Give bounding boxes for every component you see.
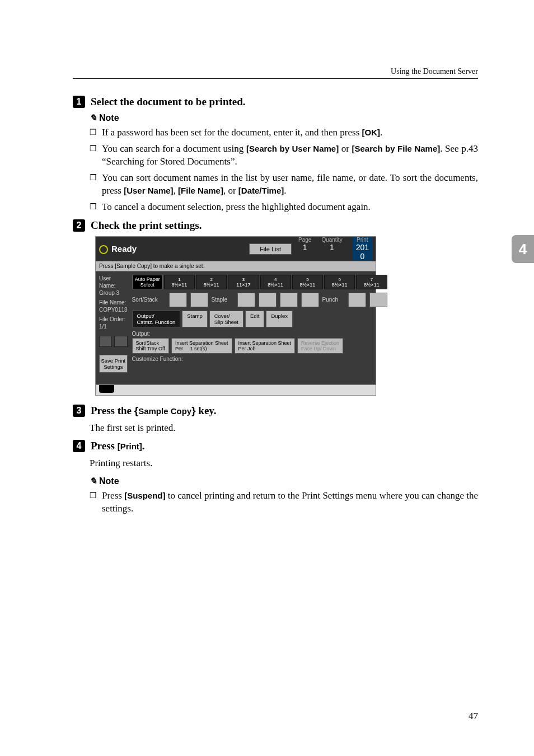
step-2-text: Check the print settings. bbox=[91, 219, 202, 231]
page-val: 1 bbox=[298, 243, 311, 252]
note-list-2: Press [Suspend] to cancel printing and r… bbox=[90, 490, 478, 515]
step-1: 1 Select the document to be printed. bbox=[73, 96, 478, 108]
note-1b-mid: or bbox=[339, 143, 352, 154]
note-label-2: Note bbox=[99, 476, 119, 486]
step-3-text: Press the {Sample Copy} key. bbox=[91, 405, 217, 416]
page-lab: Page bbox=[298, 237, 311, 243]
step-2-number: 2 bbox=[73, 219, 85, 232]
step-3-prefix: Press the bbox=[91, 405, 134, 416]
ss-ready-text: Ready bbox=[111, 244, 137, 253]
suspend-button-label: [Suspend] bbox=[124, 491, 165, 500]
tray-6-num: 6 bbox=[338, 277, 340, 282]
page-header: Using the Document Server bbox=[73, 67, 478, 79]
note-1c-sep2: , or bbox=[223, 185, 238, 196]
note-1b: You can search for a document using [Sea… bbox=[90, 143, 478, 168]
print-lab: Print bbox=[356, 237, 369, 243]
step-1-number: 1 bbox=[73, 96, 85, 108]
note-1b-pre: You can search for a document using bbox=[102, 143, 246, 154]
ss-bottom-tab bbox=[99, 385, 114, 393]
file-list-button[interactable]: File List bbox=[249, 243, 292, 255]
tray-4[interactable]: 48½×11 bbox=[260, 275, 291, 289]
staple-btn-3[interactable] bbox=[280, 293, 298, 307]
search-file-name-label: [Search by File Name] bbox=[352, 144, 441, 153]
staple-btn-2[interactable] bbox=[259, 293, 277, 307]
output-cstmz-tab[interactable]: Output/ Cstmz. Function bbox=[132, 311, 181, 327]
insert-sep-per-job[interactable]: Insert Separation Sheet Per Job bbox=[235, 338, 296, 354]
page-counter: Page1 bbox=[298, 237, 311, 261]
note-icon-2: ✎ bbox=[90, 476, 97, 486]
tray-1-num: 1 bbox=[178, 277, 180, 282]
save-print-settings-button[interactable]: Save Print Settings bbox=[99, 355, 128, 373]
step-3-suffix: key. bbox=[196, 405, 217, 416]
note-label: Note bbox=[99, 113, 119, 123]
tray-7[interactable]: 78½×11 bbox=[356, 275, 387, 289]
tray-6[interactable]: 68½×11 bbox=[324, 275, 355, 289]
insert-sep-per-set[interactable]: Insert Separation Sheet Per 1 set(s) bbox=[171, 338, 232, 354]
user-name-row: User Name:Group 3 bbox=[99, 275, 128, 297]
print-settings-screenshot: Ready File List Page1 Quantity1 Print201… bbox=[95, 236, 376, 396]
user-name-lab: User Name: bbox=[99, 275, 115, 289]
user-name-val: Group 3 bbox=[99, 290, 119, 296]
search-user-name-label: [Search by User Name] bbox=[246, 144, 339, 153]
ss-ready: Ready bbox=[99, 244, 249, 254]
next-button[interactable] bbox=[114, 336, 127, 347]
sort-btn-2[interactable] bbox=[190, 293, 208, 307]
tray-7-size: 8½×11 bbox=[364, 282, 380, 288]
qty-lab: Quantity bbox=[321, 237, 342, 243]
output-label: Output: bbox=[132, 331, 151, 337]
sort-btn-1[interactable] bbox=[169, 293, 187, 307]
tray-1-size: 8½×11 bbox=[172, 282, 188, 288]
note-1a: If a password has been set for the docum… bbox=[90, 126, 478, 139]
tray-3-num: 3 bbox=[242, 277, 245, 282]
reverse-ejection[interactable]: Reverse Ejection Face Up/ Down bbox=[297, 338, 343, 354]
tray-3-size: 11×17 bbox=[236, 282, 250, 288]
prev-button[interactable] bbox=[99, 336, 112, 347]
note-2a-pre: Press bbox=[102, 490, 124, 501]
cover-slip-tab[interactable]: Cover/ Slip Sheet bbox=[209, 311, 243, 327]
auto-paper-select[interactable]: Auto Paper Select bbox=[132, 275, 163, 289]
date-time-label: [Date/Time] bbox=[238, 186, 284, 195]
note-2a: Press [Suspend] to cancel printing and r… bbox=[90, 490, 478, 515]
file-name-lab: File Name: bbox=[99, 299, 126, 306]
ready-icon bbox=[99, 245, 108, 254]
tray-7-num: 7 bbox=[371, 277, 373, 282]
tray-2-size: 8½×11 bbox=[204, 282, 219, 288]
ss-hint: Press [Sample Copy] to make a single set… bbox=[96, 261, 376, 271]
step-2: 2 Check the print settings. bbox=[73, 219, 478, 232]
file-name-label: [File Name] bbox=[178, 186, 223, 195]
tray-2[interactable]: 28½×11 bbox=[196, 275, 227, 289]
file-order-lab: File Order: bbox=[99, 316, 125, 322]
note-1c-sep1: , bbox=[174, 185, 179, 196]
nav-buttons bbox=[99, 336, 128, 347]
file-order-val: 1/1 bbox=[99, 323, 107, 330]
step-3-body: The first set is printed. bbox=[90, 421, 478, 435]
tray-4-num: 4 bbox=[274, 277, 277, 282]
staple-btn-1[interactable] bbox=[237, 293, 255, 307]
step-3: 3 Press the {Sample Copy} key. bbox=[73, 405, 478, 417]
stamp-tab[interactable]: Stamp bbox=[182, 311, 207, 327]
step-4: 4 Press [Print]. bbox=[73, 440, 478, 452]
edit-tab[interactable]: Edit bbox=[245, 311, 264, 327]
note-1c-post: . bbox=[284, 185, 286, 196]
tray-1[interactable]: 18½×11 bbox=[164, 275, 195, 289]
punch-btn-2[interactable] bbox=[369, 293, 387, 307]
staple-btn-4[interactable] bbox=[301, 293, 319, 307]
note-heading-1: ✎Note bbox=[90, 112, 478, 123]
note-1c: You can sort document names in the list … bbox=[90, 172, 478, 198]
ss-body: User Name:Group 3 File Name:COPY0118 Fil… bbox=[96, 271, 376, 384]
function-row: Output/ Cstmz. Function Stamp Cover/ Sli… bbox=[132, 311, 387, 327]
print-button-label: [Print] bbox=[118, 442, 142, 451]
tray-3[interactable]: 311×17 bbox=[228, 275, 259, 289]
sort-stack-button[interactable]: Sort/Stack Shift Tray Off bbox=[132, 338, 169, 354]
sample-copy-key: Sample Copy bbox=[138, 406, 191, 416]
ss-right-panel: Auto Paper Select 18½×11 28½×11 311×17 4… bbox=[132, 275, 387, 381]
punch-btn-1[interactable] bbox=[348, 293, 366, 307]
duplex-tab[interactable]: Duplex bbox=[266, 311, 293, 327]
sort-stack-label: Sort/Stack bbox=[132, 297, 166, 303]
ss-left-panel: User Name:Group 3 File Name:COPY0118 Fil… bbox=[99, 275, 128, 381]
page-number: 47 bbox=[469, 711, 478, 722]
tray-6-size: 8½×11 bbox=[332, 282, 348, 288]
tray-5[interactable]: 58½×11 bbox=[292, 275, 323, 289]
step-4-body: Printing restarts. bbox=[90, 457, 478, 470]
note-heading-2: ✎Note bbox=[90, 476, 478, 486]
